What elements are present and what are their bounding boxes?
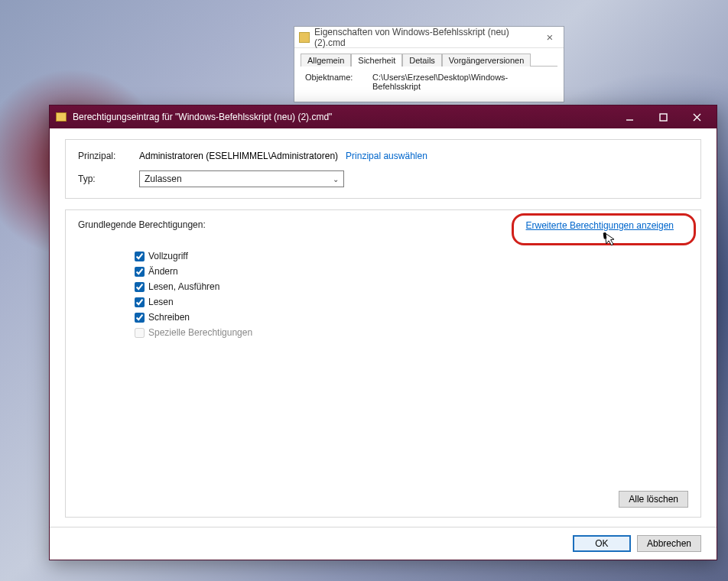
show-advanced-link[interactable]: Erweiterte Berechtigungen anzeigen [526,220,674,231]
tab-vorgaenger[interactable]: Vorgängerversionen [442,54,531,67]
permission-item[interactable]: Ändern [135,264,688,279]
permission-checkbox[interactable] [135,252,145,261]
type-select[interactable]: Zulassen ⌄ [139,170,344,187]
permission-entry-dialog: Berechtigungseintrag für "Windows-Befehl… [49,105,717,560]
svg-rect-0 [660,114,667,121]
maximize-button[interactable] [646,105,680,128]
permission-item[interactable]: Lesen [135,294,688,310]
permission-label: Lesen [148,297,174,307]
advanced-link-highlight: Erweiterte Berechtigungen anzeigen [512,213,696,245]
properties-tabs: Allgemein Sicherheit Details Vorgängerve… [294,48,564,66]
properties-titlebar: Eigenschaften von Windows-Befehlsskript … [294,27,564,48]
type-label: Typ: [78,174,139,184]
permission-label: Vollzugriff [148,251,188,261]
basic-permissions-title: Grundlegende Berechtigungen: [78,219,206,230]
permission-checkbox[interactable] [135,282,145,292]
permission-item[interactable]: Lesen, Ausführen [135,279,688,294]
properties-body: Objektname: C:\Users\Erzesel\Desktop\Win… [301,66,557,97]
permission-checkbox[interactable] [135,313,145,323]
tab-sicherheit[interactable]: Sicherheit [351,54,402,67]
objektname-label: Objektname: [305,73,359,91]
close-icon[interactable]: × [541,31,559,44]
permission-item[interactable]: Schreiben [135,310,688,325]
permission-label: Lesen, Ausführen [148,281,219,292]
chevron-down-icon: ⌄ [333,175,339,183]
folder-icon [56,112,67,122]
svg-rect-1 [603,233,606,239]
principal-value: Administratoren (ESELHIMMEL\Administrato… [139,151,338,161]
type-select-value: Zulassen [145,174,182,184]
properties-dialog: Eigenschaften von Windows-Befehlsskript … [294,26,564,102]
cursor-icon [601,230,618,252]
clear-all-button[interactable]: Alle löschen [619,491,688,508]
principal-label: Prinzipal: [78,151,139,161]
close-button[interactable] [680,105,713,128]
permission-list: VollzugriffÄndernLesen, AusführenLesenSc… [135,248,688,340]
objektname-value: C:\Users\Erzesel\Desktop\Windows-Befehls… [372,73,553,91]
cancel-button[interactable]: Abbrechen [637,535,701,552]
permission-checkbox[interactable] [135,297,145,307]
permission-title: Berechtigungseintrag für "Windows-Befehl… [73,112,613,122]
permission-label: Schreiben [148,312,190,323]
permission-checkbox [135,328,145,338]
ok-button[interactable]: OK [573,535,631,552]
tab-allgemein[interactable]: Allgemein [301,54,351,67]
select-principal-link[interactable]: Prinzipal auswählen [346,151,427,161]
principal-panel: Prinzipal: Administratoren (ESELHIMMEL\A… [65,139,701,199]
folder-icon [299,32,310,43]
permission-label: Ändern [148,266,178,277]
permission-checkbox[interactable] [135,267,145,277]
permission-titlebar: Berechtigungseintrag für "Windows-Befehl… [50,105,717,128]
tab-details[interactable]: Details [402,54,442,67]
basic-permissions-panel: Grundlegende Berechtigungen: Erweiterte … [65,209,701,518]
permission-label: Spezielle Berechtigungen [148,327,252,338]
properties-title: Eigenschaften von Windows-Befehlsskript … [314,27,541,48]
minimize-button[interactable] [613,105,646,128]
permission-item: Spezielle Berechtigungen [135,325,688,340]
dialog-buttons: OK Abbrechen [50,527,717,560]
